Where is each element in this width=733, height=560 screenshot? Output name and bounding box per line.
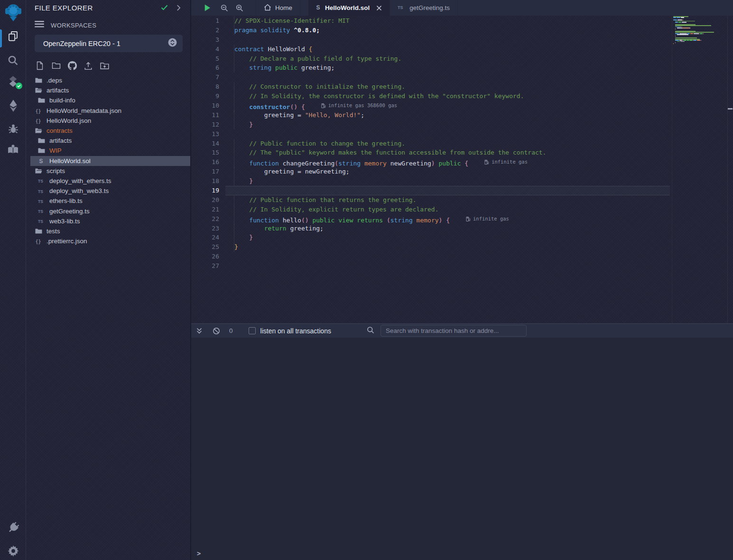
collapse-terminal-icon[interactable] xyxy=(194,328,204,334)
code-line: 19 xyxy=(191,186,733,195)
tree-label: artifacts xyxy=(46,87,69,94)
code-line-content: pragma solidity ^0.8.0; xyxy=(234,26,320,35)
line-number: 26 xyxy=(191,252,219,261)
transaction-search-input[interactable] xyxy=(380,325,527,337)
zoom-in-button[interactable] xyxy=(234,0,245,16)
code-line: 4contract HelloWorld { xyxy=(191,45,733,54)
json-icon: {} xyxy=(35,118,43,124)
tree-row[interactable]: build-info xyxy=(26,95,190,105)
tree-label: ethers-lib.ts xyxy=(49,197,83,204)
run-script-button[interactable] xyxy=(201,0,213,16)
solidity-compiler-icon[interactable] xyxy=(0,76,26,87)
listen-checkbox[interactable] xyxy=(249,327,256,334)
file-explorer-toolbar xyxy=(26,52,190,71)
code-editor[interactable]: 1// SPDX-License-Identifier: MIT2pragma … xyxy=(191,16,733,323)
scrollbar-track[interactable] xyxy=(727,16,728,323)
tree-row[interactable]: .deps xyxy=(26,75,190,85)
terminal-prompt: > xyxy=(197,550,201,557)
folder-closed-icon xyxy=(37,147,46,154)
panel-header: FILE EXPLORER xyxy=(26,0,190,15)
tree-row[interactable]: TSdeploy_with_web3.ts xyxy=(26,186,190,196)
folder-closed-icon xyxy=(37,97,46,103)
clear-console-icon[interactable] xyxy=(211,327,222,335)
tree-row[interactable]: TSweb3-lib.ts xyxy=(26,216,190,226)
tree-row[interactable]: TSdeploy_with_ethers.ts xyxy=(26,176,190,186)
zoom-out-button[interactable] xyxy=(219,0,230,16)
tree-row[interactable]: SHelloWorld.sol xyxy=(30,156,190,166)
tree-label: artifacts xyxy=(49,137,72,144)
settings-gear-icon[interactable] xyxy=(0,545,26,557)
ts-icon: TS xyxy=(37,219,46,223)
tab-home[interactable]: Home xyxy=(256,0,300,16)
tree-row[interactable]: scripts xyxy=(26,166,190,176)
remix-logo[interactable] xyxy=(0,3,26,22)
tree-row[interactable]: {}HelloWorld_metadata.json xyxy=(26,106,190,116)
svg-text:S: S xyxy=(316,4,320,11)
tree-label: deploy_with_ethers.ts xyxy=(49,177,111,184)
plugin-manager-icon[interactable] xyxy=(0,522,26,534)
line-number: 2 xyxy=(191,26,219,35)
line-number: 5 xyxy=(191,54,219,64)
svg-text:{}: {} xyxy=(36,239,41,244)
tab-getgreeting-ts[interactable]: TS getGreeting.ts xyxy=(390,0,458,16)
ts-icon: TS xyxy=(37,178,46,183)
json-icon: {} xyxy=(35,108,43,114)
terminal-bar: 0 listen on all transactions xyxy=(191,323,733,338)
tab-bar: Home S HelloWorld.sol TS getGreeting.ts xyxy=(191,0,733,16)
svg-text:TS: TS xyxy=(38,209,43,214)
ts-icon: TS xyxy=(398,4,406,11)
folder-open-icon xyxy=(35,87,43,93)
search-icon[interactable] xyxy=(0,55,26,66)
new-folder-icon[interactable] xyxy=(50,60,62,71)
scrollbar-thumb[interactable] xyxy=(728,108,733,110)
upload-file-icon[interactable] xyxy=(82,60,94,71)
tab-label: Home xyxy=(275,4,292,11)
folder-open-icon xyxy=(35,168,43,174)
code-area: 1// SPDX-License-Identifier: MIT2pragma … xyxy=(191,16,733,271)
tree-row[interactable]: TSethers-lib.ts xyxy=(26,196,190,206)
svg-text:TS: TS xyxy=(38,219,43,224)
minimap[interactable] xyxy=(673,16,726,45)
tree-row[interactable]: tests xyxy=(26,226,190,236)
line-number: 4 xyxy=(191,45,219,54)
learneth-icon[interactable] xyxy=(0,144,26,155)
code-line: 6 string public greeting; xyxy=(191,63,733,73)
tab-label: getGreeting.ts xyxy=(409,4,450,11)
file-explorer-icon[interactable] xyxy=(0,31,26,42)
tree-row[interactable]: contracts xyxy=(26,126,190,136)
svg-text:{}: {} xyxy=(36,118,41,123)
line-number: 7 xyxy=(191,73,219,82)
code-line-content: string public greeting; xyxy=(234,63,334,73)
github-icon[interactable] xyxy=(66,60,78,71)
code-line: 9 // In Solidity, the constructor is def… xyxy=(191,92,733,101)
tree-row[interactable]: artifacts xyxy=(26,85,190,95)
code-line-content: } xyxy=(234,120,253,129)
tree-row[interactable]: {}.prettierrc.json xyxy=(26,236,190,246)
debugger-icon[interactable] xyxy=(0,123,26,135)
terminal[interactable]: > xyxy=(191,338,733,560)
code-line: 12 } xyxy=(191,120,733,129)
code-line-content: // The "public" keyword makes the functi… xyxy=(234,148,546,157)
code-line: 26 xyxy=(191,252,733,261)
tree-row[interactable]: artifacts xyxy=(26,136,190,146)
menu-icon[interactable] xyxy=(35,21,44,29)
remix-ide-app: FILE EXPLORER WORKSPACES OpenZeppelin ER… xyxy=(0,0,733,560)
code-line: 15 // The "public" keyword makes the fun… xyxy=(191,148,733,157)
folder-open-icon xyxy=(35,128,43,134)
tree-row[interactable]: WIP xyxy=(26,146,190,156)
workspace-select[interactable]: OpenZeppelin ERC20 - 1 xyxy=(35,35,183,52)
transaction-count: 0 xyxy=(229,327,233,334)
svg-text:TS: TS xyxy=(398,5,403,10)
line-number: 3 xyxy=(191,35,219,45)
tree-row[interactable]: {}HelloWorld.json xyxy=(26,116,190,126)
line-number: 21 xyxy=(191,205,219,214)
check-icon[interactable] xyxy=(159,2,169,13)
chevron-right-icon[interactable] xyxy=(173,2,184,13)
tab-helloworld-sol[interactable]: S HelloWorld.sol xyxy=(308,0,390,16)
tree-row[interactable]: TSgetGreeting.ts xyxy=(26,206,190,216)
deploy-and-run-icon[interactable] xyxy=(0,100,26,112)
upload-folder-icon[interactable] xyxy=(98,60,111,71)
code-line: 21 // In Solidity, explicit return types… xyxy=(191,205,733,214)
new-file-icon[interactable] xyxy=(34,60,46,71)
close-icon[interactable] xyxy=(376,5,382,11)
